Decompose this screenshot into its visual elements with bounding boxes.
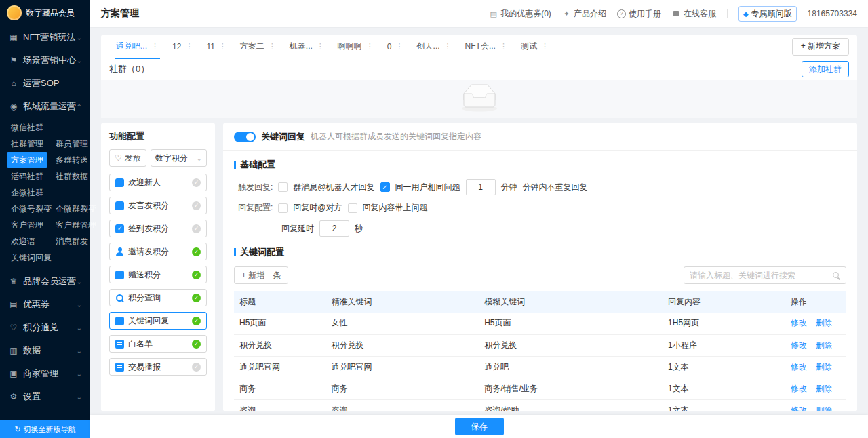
- sidebar-item[interactable]: 数据: [0, 339, 90, 362]
- sidebar-item[interactable]: NFT营销玩法: [0, 26, 90, 49]
- sidebar-subitem[interactable]: 社群数据: [52, 168, 92, 184]
- tab-more-icon[interactable]: ⋮: [269, 42, 276, 51]
- add-plan-button[interactable]: + 新增方案: [792, 38, 849, 56]
- sidebar-menu-top: NFT营销玩法 场景营销中心 运营SOP 私域流量运营: [0, 26, 90, 118]
- keyword-search-input[interactable]: [690, 271, 828, 280]
- sidebar-subitem[interactable]: 企微号裂变: [7, 201, 56, 217]
- feature-button[interactable]: 积分查询: [109, 289, 207, 306]
- feature-button[interactable]: 赠送积分: [109, 266, 207, 283]
- sidebar-item[interactable]: 品牌会员运营: [0, 270, 90, 293]
- tab-more-icon[interactable]: ⋮: [185, 42, 193, 51]
- tab-more-icon[interactable]: ⋮: [219, 42, 226, 51]
- reply-label: 回复配置:: [238, 202, 273, 214]
- sidebar-subitem[interactable]: 关键词回复: [7, 250, 56, 266]
- tab-more-icon[interactable]: ⋮: [151, 42, 159, 51]
- plan-tab[interactable]: 通兑吧... ⋮: [109, 35, 165, 58]
- search-icon[interactable]: [832, 271, 840, 279]
- app-logo-icon: [7, 5, 22, 20]
- sidebar-subitem[interactable]: 社群管理: [7, 136, 47, 152]
- feature-button[interactable]: 交易播报: [109, 358, 207, 376]
- tab-more-icon[interactable]: ⋮: [396, 42, 403, 51]
- feature-button[interactable]: 欢迎新人: [109, 174, 207, 191]
- sidebar-item[interactable]: 场景营销中心: [0, 49, 90, 72]
- sidebar-subitem[interactable]: 微信社群: [7, 119, 47, 136]
- delete-link[interactable]: 删除: [816, 405, 832, 412]
- community-empty-state: [101, 80, 857, 118]
- trigger-at-checkbox[interactable]: [278, 182, 288, 192]
- delete-link[interactable]: 删除: [816, 362, 832, 372]
- sidebar-subitem[interactable]: 客户管理: [7, 217, 47, 233]
- feature-button[interactable]: 关键词回复: [109, 312, 207, 330]
- modify-link[interactable]: 修改: [791, 362, 807, 372]
- cell-fuzzy-keyword: 积分兑换: [479, 334, 663, 356]
- keyword-toggle[interactable]: [234, 132, 256, 142]
- header-link[interactable]: 在线客服: [672, 8, 716, 20]
- switch-nav-button[interactable]: 切换至新版导航: [0, 420, 90, 438]
- sidebar-item[interactable]: 运营SOP: [0, 72, 90, 95]
- header-link[interactable]: 产品介绍: [562, 8, 606, 20]
- sidebar-subitem[interactable]: 多群转送: [52, 152, 92, 168]
- feature-button[interactable]: 白名单: [109, 335, 207, 353]
- plan-tab[interactable]: 测试 ⋮: [514, 35, 555, 58]
- trigger-minutes-input[interactable]: [466, 179, 496, 195]
- keyword-search-box: [684, 266, 846, 284]
- sidebar-item[interactable]: 商家管理: [0, 362, 90, 385]
- feature-button[interactable]: 邀请发积分: [109, 243, 207, 260]
- grant-row: 发放 数字积分: [109, 149, 207, 167]
- sidebar-subitem[interactable]: 欢迎语: [7, 233, 39, 250]
- sidebar-item[interactable]: 积分通兑: [0, 316, 90, 339]
- tab-more-icon[interactable]: ⋮: [541, 42, 549, 51]
- plan-tab[interactable]: NFT会... ⋮: [458, 35, 514, 58]
- header-link[interactable]: 使用手册: [617, 8, 661, 20]
- plan-tab[interactable]: 啊啊啊 ⋮: [331, 35, 380, 58]
- function-config-panel: 功能配置 发放 数字积分 欢迎新人: [101, 123, 215, 411]
- modify-link[interactable]: 修改: [791, 340, 807, 350]
- save-button[interactable]: 保存: [455, 418, 504, 435]
- sidebar-subitem[interactable]: 消息群发: [52, 233, 92, 250]
- add-keyword-button[interactable]: + 新增一条: [234, 266, 288, 284]
- tab-more-icon[interactable]: ⋮: [444, 42, 452, 51]
- modify-link[interactable]: 修改: [791, 384, 807, 393]
- feature-button[interactable]: 签到发积分: [109, 220, 207, 237]
- tab-more-icon[interactable]: ⋮: [366, 42, 374, 51]
- cell-actions: 修改 删除: [785, 378, 846, 399]
- feature-button[interactable]: 发言发积分: [109, 197, 207, 214]
- sidebar-subitem[interactable]: 企微社群: [7, 184, 47, 201]
- delay-seconds-input[interactable]: [319, 220, 349, 237]
- vip-badge[interactable]: ◆ 专属顾问版: [738, 6, 797, 22]
- plan-tab[interactable]: 机器... ⋮: [283, 35, 331, 58]
- plan-tab[interactable]: 方案二 ⋮: [233, 35, 283, 58]
- menu-icon: [8, 323, 19, 332]
- plan-tab[interactable]: 12 ⋮: [165, 35, 199, 58]
- delete-link[interactable]: 删除: [816, 384, 832, 393]
- feature-status-icon: [192, 201, 201, 210]
- sidebar-item[interactable]: 私域流量运营: [0, 95, 90, 118]
- sidebar-item[interactable]: 设置: [0, 385, 90, 408]
- plan-tab-label: 通兑吧...: [116, 41, 147, 52]
- grant-value-select[interactable]: 数字积分: [151, 149, 207, 167]
- sidebar-subitem[interactable]: 群员管理: [52, 136, 92, 152]
- sidebar-item[interactable]: 优惠券: [0, 293, 90, 316]
- tab-more-icon[interactable]: ⋮: [500, 42, 507, 51]
- modify-link[interactable]: 修改: [791, 405, 807, 412]
- plan-tab[interactable]: 11 ⋮: [199, 35, 233, 58]
- delete-link[interactable]: 删除: [816, 340, 832, 350]
- trigger-same-question-checkbox[interactable]: [380, 182, 390, 192]
- sidebar-subitem[interactable]: 方案管理: [7, 152, 47, 168]
- feature-icon: [115, 271, 124, 279]
- vip-badge-label: 专属顾问版: [751, 8, 792, 20]
- tab-more-icon[interactable]: ⋮: [317, 42, 324, 51]
- delete-link[interactable]: 删除: [816, 318, 832, 327]
- advisor-phone: 18165703334: [808, 9, 857, 18]
- reply-at-checkbox[interactable]: [278, 203, 288, 213]
- modify-link[interactable]: 修改: [791, 318, 807, 327]
- plan-tab-label: 12: [172, 42, 181, 52]
- grant-type-button[interactable]: 发放: [109, 149, 146, 167]
- reply-with-question-checkbox[interactable]: [348, 203, 357, 213]
- plan-tab[interactable]: 创天... ⋮: [410, 35, 458, 58]
- header-link[interactable]: 我的优惠券(0): [489, 8, 551, 20]
- add-community-button[interactable]: 添加社群: [802, 61, 849, 77]
- plan-tab[interactable]: 0 ⋮: [380, 35, 410, 58]
- sidebar-subitem[interactable]: 活码社群: [7, 168, 47, 184]
- feature-icon: [115, 363, 124, 372]
